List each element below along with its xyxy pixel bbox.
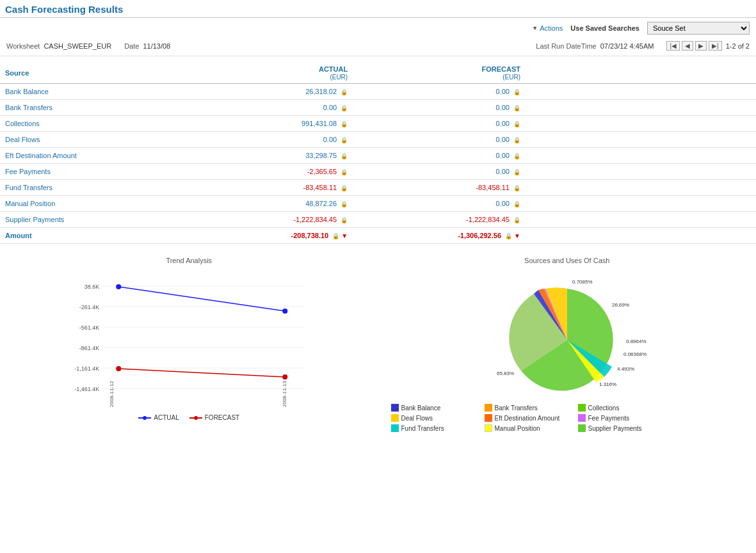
extra-col-0 (526, 84, 602, 100)
lock-icon[interactable]: 🔒 (341, 201, 348, 207)
last-run-value: 07/23/12 4:45AM (600, 42, 654, 50)
forecast-legend-item: FORECAST (189, 414, 239, 421)
lock-icon[interactable]: 🔒 (513, 137, 520, 143)
forecast-cell: 0.00 🔒 (353, 148, 526, 164)
source-cell[interactable]: Fee Payments (0, 164, 194, 180)
svg-text:-561.4K: -561.4K (79, 325, 100, 331)
amount-label: Amount (0, 228, 194, 244)
legend-fund-transfers: Fund Transfers (391, 424, 474, 432)
table-row: Collections991,431.08 🔒0.00 🔒 (0, 116, 756, 132)
legend-deal-flows: Deal Flows (391, 414, 474, 422)
source-cell[interactable]: Manual Position (0, 196, 194, 212)
actual-cell: 26,318.02 🔒 (194, 84, 353, 100)
source-cell[interactable]: Bank Transfers (0, 100, 194, 116)
extra-col-2 (679, 212, 756, 228)
amount-actual: -208,738.10 🔒▼ (194, 228, 353, 244)
extra-col-0 (526, 148, 602, 164)
svg-point-17 (116, 284, 121, 289)
extra-col-2 (679, 84, 756, 100)
source-cell[interactable]: Collections (0, 116, 194, 132)
svg-line-19 (118, 369, 285, 377)
extra-col-0 (526, 212, 602, 228)
lock-icon[interactable]: 🔒 (332, 233, 339, 239)
saved-searches-select[interactable]: Souce Set (647, 22, 750, 35)
next-page-button[interactable]: ▶ (695, 41, 707, 51)
lock-icon[interactable]: 🔒 (513, 105, 520, 111)
legend-fee-payments: Fee Payments (578, 414, 661, 422)
forecast-cell: -1,222,834.45 🔒 (353, 212, 526, 228)
svg-text:65.83%: 65.83% (497, 371, 514, 376)
actual-cell: 0.00 🔒 (194, 132, 353, 148)
actions-button[interactable]: Actions (532, 24, 563, 32)
extra-col-0 (526, 100, 602, 116)
lock-icon[interactable]: 🔒 (513, 201, 520, 207)
lock-icon[interactable]: 🔒 (513, 169, 520, 175)
lock-icon[interactable]: 🔒 (513, 153, 520, 159)
lock-icon[interactable]: 🔒 (513, 121, 520, 127)
svg-text:2008-11-13: 2008-11-13 (282, 381, 287, 407)
svg-text:2008-11-13: 2008-11-13 (287, 410, 293, 410)
legend-bank-balance: Bank Balance (391, 404, 474, 412)
extra-col-2 (679, 132, 756, 148)
prev-page-button[interactable]: ◀ (682, 41, 693, 51)
charts-section: Trend Analysis 38.6K -261.4K -561.4K -86… (0, 244, 756, 438)
lock-icon[interactable]: 🔒 (341, 89, 348, 95)
table-row: Fee Payments-2,365.65 🔒0.00 🔒 (0, 164, 756, 180)
extra-col-1 (602, 84, 679, 100)
svg-point-21 (282, 374, 287, 380)
last-page-button[interactable]: ▶| (709, 41, 722, 51)
extra-col-2 (679, 196, 756, 212)
source-cell[interactable]: Bank Balance (0, 84, 194, 100)
svg-text:-1,161.4K: -1,161.4K (74, 365, 99, 372)
first-page-button[interactable]: |◀ (666, 41, 680, 51)
lock-icon[interactable]: 🔒 (341, 217, 348, 223)
source-cell[interactable]: Eft Destination Amount (0, 148, 194, 164)
amount-extra-col (526, 228, 602, 244)
worksheet-label: Worksheet (6, 42, 40, 50)
date-value: 11/13/08 (143, 42, 170, 50)
lock-icon[interactable]: 🔒 (341, 169, 348, 175)
lock-icon[interactable]: 🔒 (341, 121, 348, 127)
lock-icon[interactable]: 🔒 (505, 233, 512, 239)
svg-text:0.8964%: 0.8964% (626, 339, 647, 344)
lock-icon[interactable]: 🔒 (513, 89, 520, 95)
pie-legend: Bank Balance Bank Transfers Collections … (385, 404, 750, 432)
last-run-label: Last Run DateTime (536, 42, 596, 50)
extra-col-1 (602, 212, 679, 228)
source-cell[interactable]: Fund Transfers (0, 180, 194, 196)
actual-cell: 33,298.75 🔒 (194, 148, 353, 164)
lock-icon[interactable]: 🔒 (341, 185, 348, 191)
actual-cell: 991,431.08 🔒 (194, 116, 353, 132)
extra-col-2 (679, 100, 756, 116)
lock-icon[interactable]: 🔒 (513, 217, 520, 223)
actual-legend-item: ACTUAL (138, 414, 179, 421)
extra-col-2 (679, 116, 756, 132)
extra-col-0 (526, 164, 602, 180)
source-cell[interactable]: Deal Flows (0, 132, 194, 148)
legend-collections: Collections (578, 404, 661, 412)
table-row: Supplier Payments-1,222,834.45 🔒-1,222,8… (0, 212, 756, 228)
lock-icon[interactable]: 🔒 (341, 105, 348, 111)
lock-icon[interactable]: 🔒 (341, 153, 348, 159)
svg-text:1.316%: 1.316% (599, 381, 616, 387)
extra-col-0 (526, 180, 602, 196)
extra-col-1 (602, 180, 679, 196)
trend-chart-container: Trend Analysis 38.6K -261.4K -561.4K -86… (6, 257, 372, 432)
lock-icon[interactable]: 🔒 (513, 185, 520, 191)
page-info: 1-2 of 2 (726, 42, 750, 50)
svg-text:38.6K: 38.6K (84, 284, 100, 290)
amount-row: Amount-208,738.10 🔒▼-1,306,292.56 🔒▼ (0, 228, 756, 244)
actual-cell: 0.00 🔒 (194, 100, 353, 116)
saved-searches-label: Use Saved Searches (570, 24, 639, 32)
svg-text:-861.4K: -861.4K (79, 345, 100, 351)
lock-icon[interactable]: 🔒 (341, 137, 348, 143)
table-row: Bank Transfers0.00 🔒0.00 🔒 (0, 100, 756, 116)
svg-point-20 (116, 366, 121, 371)
forecast-cell: -83,458.11 🔒 (353, 180, 526, 196)
extra-col-2 (679, 164, 756, 180)
forecast-cell: 0.00 🔒 (353, 164, 526, 180)
amount-forecast: -1,306,292.56 🔒▼ (353, 228, 526, 244)
source-cell[interactable]: Supplier Payments (0, 212, 194, 228)
extra-col-0 (526, 132, 602, 148)
svg-point-23 (143, 416, 147, 420)
